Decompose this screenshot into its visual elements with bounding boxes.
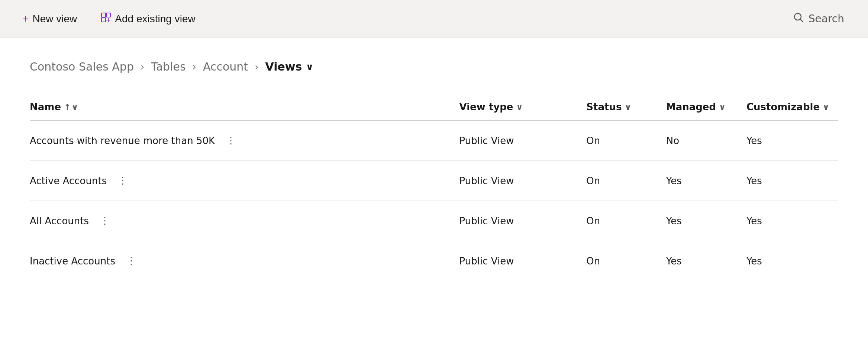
sort-icon-customizable: ∨ (823, 103, 829, 112)
new-view-button[interactable]: + New view (18, 10, 81, 28)
breadcrumb-sep-2: › (193, 61, 196, 72)
toolbar-actions: + New view Add existing view (18, 9, 200, 28)
col-customizable-label: Customizable (746, 101, 820, 113)
table-row: Active Accounts ⋮ Public View On Yes Yes (30, 161, 838, 201)
search-label: Search (809, 13, 844, 25)
cell-managed-0: No (666, 120, 746, 161)
cell-viewtype-3: Public View (459, 241, 587, 281)
plus-icon: + (22, 13, 29, 25)
cell-managed-1: Yes (666, 161, 746, 201)
col-header-name: Name ↑ ∨ (30, 94, 459, 120)
breadcrumb-dropdown-icon: ∨ (306, 61, 313, 72)
col-sort-status[interactable]: Status ∨ (586, 101, 657, 113)
cell-customizable-3: Yes (746, 241, 838, 281)
cell-viewtype-1: Public View (459, 161, 587, 201)
cell-managed-3: Yes (666, 241, 746, 281)
cell-viewtype-2: Public View (459, 201, 587, 241)
search-button[interactable]: Search (787, 9, 850, 29)
row-name-link-3[interactable]: Inactive Accounts (30, 256, 115, 267)
svg-rect-0 (101, 13, 106, 17)
table-header-row: Name ↑ ∨ View type ∨ Status (30, 94, 838, 120)
svg-rect-1 (101, 18, 106, 22)
toolbar-search: Search (769, 0, 850, 38)
sort-icon-managed: ∨ (719, 103, 726, 112)
cell-managed-2: Yes (666, 201, 746, 241)
toolbar: + New view Add existing view (0, 0, 868, 38)
sort-icons-name: ↑ ∨ (64, 103, 78, 112)
cell-customizable-0: Yes (746, 120, 838, 161)
breadcrumb: Contoso Sales App › Tables › Account › V… (30, 60, 838, 73)
col-header-viewtype: View type ∨ (459, 94, 587, 120)
main-content: Contoso Sales App › Tables › Account › V… (0, 38, 868, 348)
cell-status-2: On (586, 201, 666, 241)
cell-viewtype-0: Public View (459, 120, 587, 161)
col-status-label: Status (586, 101, 622, 113)
add-existing-icon (101, 12, 111, 25)
row-more-options-0[interactable]: ⋮ (222, 133, 240, 148)
col-header-customizable: Customizable ∨ (746, 94, 838, 120)
breadcrumb-account[interactable]: Account (203, 60, 248, 73)
row-name-link-2[interactable]: All Accounts (30, 215, 89, 227)
cell-status-1: On (586, 161, 666, 201)
cell-status-0: On (586, 120, 666, 161)
col-header-managed: Managed ∨ (666, 94, 746, 120)
col-name-label: Name (30, 101, 61, 113)
add-existing-view-label: Add existing view (115, 13, 195, 25)
row-more-options-2[interactable]: ⋮ (96, 214, 114, 228)
table-row: Accounts with revenue more than 50K ⋮ Pu… (30, 120, 838, 161)
cell-customizable-2: Yes (746, 201, 838, 241)
cell-name-1: Active Accounts ⋮ (30, 161, 459, 201)
search-icon (793, 12, 804, 26)
col-viewtype-label: View type (459, 101, 513, 113)
col-sort-managed[interactable]: Managed ∨ (666, 101, 738, 113)
breadcrumb-current[interactable]: Views ∨ (265, 60, 314, 73)
cell-status-3: On (586, 241, 666, 281)
sort-up-icon: ↑ (64, 103, 71, 112)
cell-customizable-1: Yes (746, 161, 838, 201)
svg-rect-2 (106, 13, 110, 17)
row-more-options-3[interactable]: ⋮ (123, 254, 141, 268)
breadcrumb-sep-1: › (141, 61, 144, 72)
cell-name-2: All Accounts ⋮ (30, 201, 459, 241)
add-existing-view-button[interactable]: Add existing view (96, 9, 200, 28)
col-managed-label: Managed (666, 101, 716, 113)
cell-name-0: Accounts with revenue more than 50K ⋮ (30, 120, 459, 161)
col-sort-viewtype[interactable]: View type ∨ (459, 101, 578, 113)
breadcrumb-contoso[interactable]: Contoso Sales App (30, 60, 134, 73)
views-table: Name ↑ ∨ View type ∨ Status (30, 94, 838, 281)
row-more-options-1[interactable]: ⋮ (114, 173, 132, 188)
col-sort-customizable[interactable]: Customizable ∨ (746, 101, 829, 113)
table-row: All Accounts ⋮ Public View On Yes Yes (30, 201, 838, 241)
new-view-label: New view (33, 13, 77, 25)
row-name-link-1[interactable]: Active Accounts (30, 175, 107, 186)
sort-icon-viewtype: ∨ (516, 103, 523, 112)
breadcrumb-sep-3: › (255, 61, 258, 72)
cell-name-3: Inactive Accounts ⋮ (30, 241, 459, 281)
breadcrumb-tables[interactable]: Tables (151, 60, 185, 73)
table-row: Inactive Accounts ⋮ Public View On Yes Y… (30, 241, 838, 281)
row-name-link-0[interactable]: Accounts with revenue more than 50K (30, 135, 215, 146)
sort-down-icon: ∨ (71, 103, 78, 112)
col-sort-name[interactable]: Name ↑ ∨ (30, 101, 451, 113)
breadcrumb-current-label: Views (265, 60, 302, 73)
col-header-status: Status ∨ (586, 94, 666, 120)
sort-icon-status: ∨ (625, 103, 631, 112)
svg-line-6 (800, 19, 803, 22)
